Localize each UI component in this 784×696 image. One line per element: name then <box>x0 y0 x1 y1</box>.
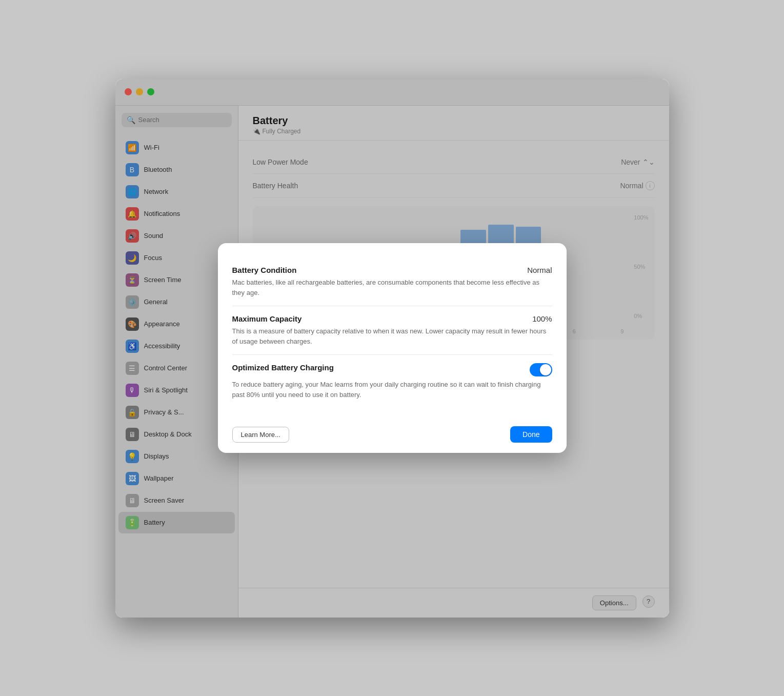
battery-health-modal: Battery Condition Normal Mac batteries, … <box>218 243 567 453</box>
battery-condition-header: Battery Condition Normal <box>232 266 552 274</box>
learn-more-button[interactable]: Learn More... <box>232 427 289 443</box>
done-button[interactable]: Done <box>510 426 552 443</box>
battery-condition-section: Battery Condition Normal Mac batteries, … <box>232 257 552 306</box>
modal-overlay: Battery Condition Normal Mac batteries, … <box>115 79 669 618</box>
modal-body: Battery Condition Normal Mac batteries, … <box>218 243 567 418</box>
maximum-capacity-value: 100% <box>532 314 552 323</box>
optimized-charging-toggle[interactable] <box>530 363 552 376</box>
maximum-capacity-desc: This is a measure of battery capacity re… <box>232 326 552 346</box>
maximum-capacity-header: Maximum Capacity 100% <box>232 314 552 323</box>
toggle-knob <box>540 364 551 375</box>
optimized-charging-section: Optimized Battery Charging To reduce bat… <box>232 355 552 408</box>
modal-footer: Learn More... Done <box>218 418 567 453</box>
optimized-charging-title: Optimized Battery Charging <box>232 363 334 372</box>
battery-condition-value: Normal <box>527 266 552 274</box>
maximum-capacity-title: Maximum Capacity <box>232 314 302 323</box>
optimized-charging-desc: To reduce battery aging, your Mac learns… <box>232 380 552 400</box>
optimized-charging-header: Optimized Battery Charging <box>232 363 552 376</box>
maximum-capacity-section: Maximum Capacity 100% This is a measure … <box>232 306 552 355</box>
battery-condition-title: Battery Condition <box>232 266 297 274</box>
system-preferences-window: 🔍 📶Wi-FiBBluetooth🌐Network🔔Notifications… <box>115 79 669 618</box>
battery-condition-desc: Mac batteries, like all rechargeable bat… <box>232 277 552 297</box>
